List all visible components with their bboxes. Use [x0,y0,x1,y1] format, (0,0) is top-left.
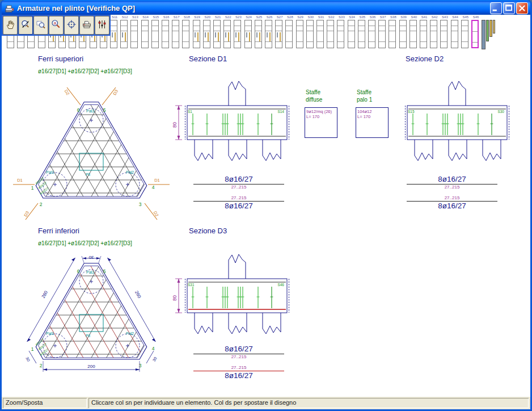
svg-text:S30: S30 [497,110,504,114]
svg-text:30: 30 [152,357,158,362]
svg-text:30: 30 [88,255,94,260]
drawing-canvas[interactable]: S1S2S3S4S5S6S7S8S9S10S11S12S13S14S15S16S… [2,15,530,397]
svg-text:4: 4 [152,184,155,190]
svg-text:S15: S15 [408,110,415,114]
staffe-diffuse-spec: 9ø12/mq (26) [306,109,336,114]
ferri-inferiori-title: Ferri inferiori [38,227,79,235]
toolbar-center-button[interactable] [64,16,79,35]
printer-icon [81,19,92,32]
plinto-plan-superiore[interactable]: Pal1Pal2Pal3Pil123456ø16/27ø16/27ø16/27D… [12,76,180,228]
svg-text:Pal2: Pal2 [126,332,134,335]
svg-text:1: 1 [31,346,34,352]
pile-strip-column[interactable] [451,20,458,48]
pile-strip-column[interactable] [193,20,200,48]
legend-bar [482,20,485,49]
pile-legend-bars [482,20,495,49]
svg-text:Pil: Pil [86,173,90,177]
pile-strip-column[interactable] [337,20,344,48]
pile-strip-column[interactable] [348,20,355,48]
sezione-d3-title: Sezione D3 [189,227,227,235]
svg-text:80: 80 [172,122,178,128]
legend-bar [486,20,489,41]
svg-text:4: 4 [152,346,155,351]
svg-text:6: 6 [77,107,80,113]
pile-strip-column[interactable] [213,20,221,48]
svg-text:1: 1 [31,185,34,191]
toolbar-pan-button[interactable] [3,16,18,35]
sliders-icon [96,19,108,32]
pile-strip-column-selected[interactable] [471,20,479,48]
pile-strip-column[interactable] [389,20,396,48]
minimize-button[interactable] [490,2,502,14]
sezione-d2-drawing[interactable]: S15S30 [392,78,522,169]
staffe-diffuse-box: 9ø12/mq (26) L= 170 [305,107,337,138]
sezione-d3-drawing[interactable]: S31S4680 [172,251,302,342]
toolbar-print-button[interactable] [79,16,94,35]
plinto-plan-inferiore[interactable]: Pal1Pal2Pal3Pil123456ø16/27ø16/27ø16/273… [12,237,180,386]
svg-text:D1: D1 [17,178,23,183]
pile-strip-column[interactable] [172,20,179,48]
pile-strip-column[interactable] [368,20,375,48]
svg-text:200: 200 [87,364,95,369]
hand-icon [5,19,16,32]
toolbar-zoom-window-button[interactable] [33,16,48,35]
svg-text:D2: D2 [153,210,160,217]
pile-strip-column[interactable] [255,20,262,48]
svg-text:80: 80 [172,295,178,301]
svg-text:Pal2: Pal2 [126,170,134,174]
toolbar-options-button[interactable] [95,16,109,35]
pile-strip-column[interactable] [327,20,334,48]
pile-strip-column[interactable] [316,20,324,48]
pile-strip-column[interactable] [275,20,282,48]
pile-strip-column[interactable] [141,20,149,48]
svg-text:D2: D2 [64,89,71,96]
d1-top-bars: 8ø16/27 [193,175,284,184]
pile-strip-column[interactable] [234,20,241,48]
staffe-diffuse-length: L= 170 [306,114,336,119]
pile-strip-column[interactable] [358,20,365,48]
pile-strip-column[interactable] [120,20,128,48]
pile-strip-column[interactable] [461,20,468,48]
pile-strip-column[interactable] [399,20,407,48]
d2-bar-callout: 8ø16/27 27..215 27..215 8ø16/27 [407,175,497,211]
pile-strip-column[interactable] [409,20,417,48]
d1-bottom-bars: 8ø16/27 [193,202,284,211]
pile-strip-column[interactable] [296,20,303,48]
pile-strip-column[interactable] [244,20,252,48]
svg-text:5: 5 [103,107,106,113]
pile-strip-column[interactable] [203,20,210,48]
app-icon [5,4,14,13]
zoom-a-icon: a [50,19,62,32]
toolbar-zoom-dynamic-button[interactable] [18,16,33,35]
sezione-d1-drawing[interactable]: S1S1480 [172,78,302,169]
pile-strip-column[interactable] [440,20,447,48]
pile-strip-column[interactable] [130,20,138,48]
close-button[interactable] [516,2,528,14]
zoom-arrow-icon [20,19,31,32]
pile-strip-column[interactable] [182,20,189,48]
app-window: Armature nel plinto [Verifiche QP] S1S2S… [0,0,532,411]
maximize-button[interactable] [503,2,515,14]
svg-text:S46: S46 [277,283,284,287]
pile-strip-column[interactable] [430,20,437,48]
status-mode: Zoom/Sposta [3,398,87,408]
pile-strip-column[interactable] [378,20,386,48]
pile-strip-column[interactable] [306,20,314,48]
titlebar[interactable]: Armature nel plinto [Verifiche QP] [2,0,530,15]
d1-bottom-range: 27..215 [193,195,284,201]
pile-strip-column[interactable] [162,20,169,48]
pile-strip-column[interactable] [223,20,231,48]
pile-strip-column[interactable] [285,20,293,48]
staffe-palo-length: L= 170 [357,114,387,119]
crosshair-icon [66,19,77,32]
svg-text:S14: S14 [277,110,284,114]
pile-strip-column[interactable] [265,20,272,48]
svg-text:260: 260 [134,290,142,300]
toolbar-zoom-text-button[interactable]: a [49,16,64,35]
pile-strip-column[interactable] [151,20,159,48]
svg-text:260: 260 [41,290,49,299]
pile-strip-column[interactable] [420,20,427,48]
svg-text:D1: D1 [154,178,160,183]
ferri-superiori-subtitle: ø16/27[D1] +ø16/27[D2] +ø16/27[D3] [38,68,132,74]
pile-strip-column[interactable] [110,20,117,48]
